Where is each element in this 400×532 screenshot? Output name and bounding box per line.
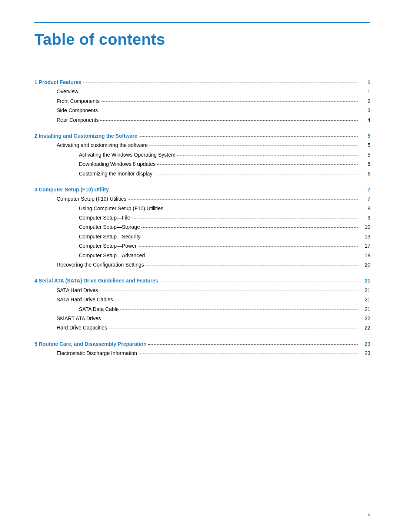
toc-entry-text: Rear Components: [57, 116, 99, 124]
toc-page-number: 10: [359, 223, 370, 231]
toc-entry-text: Side Components: [57, 106, 98, 114]
toc-page-number: 2: [359, 97, 370, 105]
toc-page-number: 4: [359, 116, 370, 124]
toc-entry: Rear Components4: [34, 116, 370, 124]
toc-entry: Computer Setup—Storage10: [34, 223, 370, 231]
toc-page-number: 21: [359, 305, 370, 313]
toc-gap: [34, 270, 370, 277]
toc-page-number: 3: [359, 106, 370, 114]
toc-dots: [99, 111, 358, 111]
toc-entry: Side Components3: [34, 106, 370, 114]
toc-page-number: 21: [359, 277, 370, 285]
toc-gap: [34, 125, 370, 132]
toc-entry: Overview1: [34, 87, 370, 96]
toc-entry-text: Using Computer Setup (F10) Utilities: [79, 204, 163, 213]
toc-entry: Computer Setup—Advanced18: [34, 251, 370, 260]
toc-entry-text: 5 Routine Care, and Disassembly Preparat…: [34, 340, 147, 348]
toc-entry: 4 Serial ATA (SATA) Drive Guidelines and…: [34, 277, 370, 285]
toc-dots: [114, 300, 358, 300]
toc-entry: Activating the Windows Operating System5: [34, 151, 370, 159]
toc-page-number: 6: [359, 160, 370, 168]
toc-entry: Computer Setup (F10) Utilities7: [34, 195, 370, 203]
toc-entry: 1 Product Features1: [34, 78, 370, 86]
toc-dots: [128, 199, 358, 200]
toc-page-number: 18: [359, 251, 370, 260]
toc-entry-text: Computer Setup—Advanced: [79, 251, 145, 260]
toc-page-number: 8: [359, 204, 370, 213]
toc-entry-text: 1 Product Features: [34, 78, 81, 86]
toc-entry: Front Components2: [34, 97, 370, 105]
toc-entry-text: 3 Computer Setup (F10) Utility: [34, 185, 109, 194]
toc-entry: 5 Routine Care, and Disassembly Preparat…: [34, 340, 370, 348]
toc-page-number: 1: [359, 78, 370, 86]
toc-dots: [109, 328, 358, 328]
toc-entry: Downloading Windows 8 updates6: [34, 160, 370, 168]
toc-page-number: 17: [359, 242, 370, 250]
toc-entry: 2 Installing and Customizing the Softwar…: [34, 132, 370, 140]
toc-entry: 3 Computer Setup (F10) Utility7: [34, 185, 370, 194]
toc-entry: Electrostatic Discharge Information23: [34, 349, 370, 357]
page-container: Table of contents 1 Product Features1Ove…: [0, 0, 400, 388]
toc-dots: [146, 265, 358, 265]
toc-page-number: 5: [359, 151, 370, 159]
toc-entry-text: Hard Drive Capacities: [57, 324, 107, 332]
toc-dots: [148, 344, 358, 345]
toc-dots: [149, 145, 358, 146]
toc-dots: [146, 256, 358, 256]
toc-dots: [141, 227, 358, 228]
toc-entry: SATA Data Cable21: [34, 305, 370, 313]
toc-entry-text: Activating and customizing the software: [57, 141, 148, 149]
toc-entry-text: Computer Setup—Security: [79, 232, 141, 241]
toc-entry-text: Computer Setup (F10) Utilities: [57, 195, 126, 203]
toc-entry: Using Computer Setup (F10) Utilities8: [34, 204, 370, 213]
toc-entry-text: SMART ATA Drives: [57, 314, 101, 322]
toc-page-number: 6: [359, 170, 370, 178]
toc-entry-text: Computer Setup—Power: [79, 242, 137, 250]
toc-dots: [142, 237, 358, 237]
toc-dots: [80, 92, 358, 92]
toc-page-number: 1: [359, 87, 370, 96]
toc-entry-text: Computer Setup—Storage: [79, 223, 140, 231]
toc-dots: [154, 174, 358, 174]
toc-dots: [138, 246, 358, 247]
toc-entry-text: Electrostatic Discharge Information: [57, 349, 137, 357]
toc-entry-text: Downloading Windows 8 updates: [79, 160, 156, 168]
toc-gap: [34, 179, 370, 185]
toc-page-number: 13: [359, 232, 370, 241]
toc-entry-text: 4 Serial ATA (SATA) Drive Guidelines and…: [34, 277, 158, 285]
toc-entry-text: Overview: [57, 87, 78, 96]
toc-dots: [100, 120, 358, 121]
toc-dots: [100, 291, 358, 291]
toc-entry: SATA Hard Drives21: [34, 286, 370, 294]
toc-entry: Hard Drive Capacities22: [34, 324, 370, 332]
toc-entry-text: SATA Data Cable: [79, 305, 119, 313]
toc-dots: [139, 354, 358, 354]
toc-dots: [132, 218, 358, 218]
toc-entry: SMART ATA Drives22: [34, 314, 370, 322]
toc-entry-text: Activating the Windows Operating System: [79, 151, 176, 159]
toc-entry: Computer Setup—Power17: [34, 242, 370, 250]
toc-dots: [165, 209, 358, 209]
toc-entry: Computer Setup—Security13: [34, 232, 370, 241]
toc-page-number: 21: [359, 295, 370, 304]
toc-page-number: 7: [359, 185, 370, 194]
toc-page-number: 22: [359, 324, 370, 332]
toc-page-number: 5: [359, 132, 370, 140]
toc-entry: Computer Setup—File9: [34, 214, 370, 222]
toc-page-number: 22: [359, 314, 370, 322]
toc-page-number: 7: [359, 195, 370, 203]
toc-entry: Recovering the Configuration Settings20: [34, 261, 370, 269]
toc-entry-text: 2 Installing and Customizing the Softwar…: [34, 132, 137, 140]
toc-page-number: 9: [359, 214, 370, 222]
toc-dots: [139, 136, 358, 137]
toc-entry: Customizing the monitor display6: [34, 170, 370, 178]
toc-dots: [177, 155, 358, 155]
toc-page-number: 5: [359, 141, 370, 149]
toc-dots: [120, 310, 358, 310]
toc-dots: [160, 281, 358, 281]
toc-entry-text: Recovering the Configuration Settings: [57, 261, 144, 269]
toc-entry-text: Customizing the monitor display: [79, 170, 152, 178]
toc-dots: [157, 164, 358, 165]
toc-entry-text: SATA Hard Drives: [57, 286, 98, 294]
page-footer: v: [368, 512, 371, 517]
